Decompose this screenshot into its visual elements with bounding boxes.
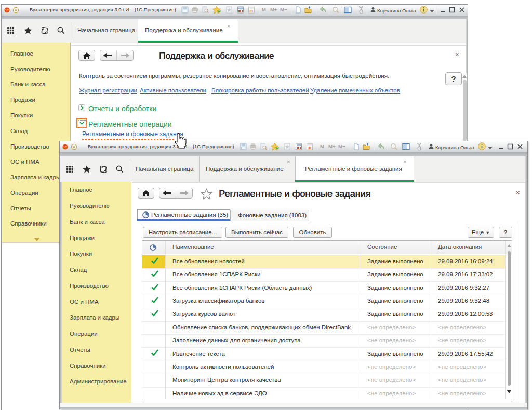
svg-text:1С: 1С (5, 9, 9, 12)
svg-text:1С: 1С (63, 146, 67, 149)
svg-text:31: 31 (249, 9, 254, 13)
svg-text:31: 31 (308, 146, 312, 150)
